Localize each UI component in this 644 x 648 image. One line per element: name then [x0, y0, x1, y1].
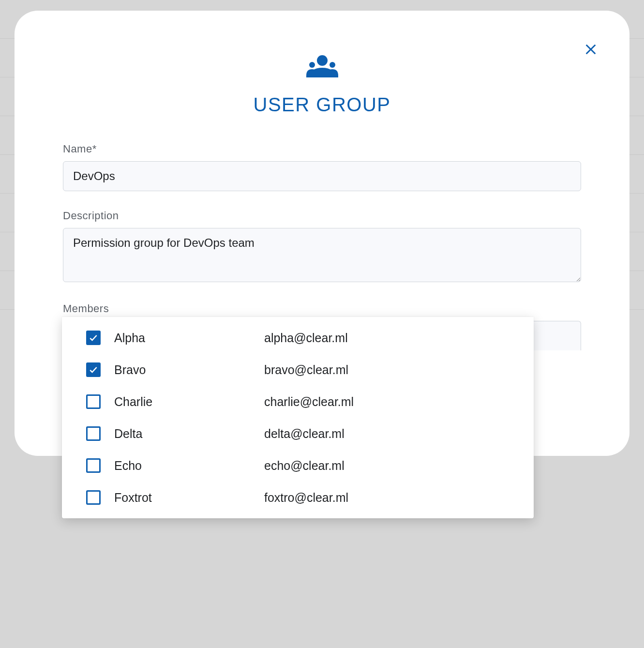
member-row[interactable]: Alphaalpha@clear.ml [62, 322, 534, 354]
member-name: Bravo [114, 363, 264, 377]
member-checkbox[interactable] [86, 490, 101, 505]
member-name: Foxtrot [114, 491, 264, 505]
description-label: Description [63, 210, 581, 222]
member-email: delta@clear.ml [264, 427, 344, 441]
member-email: alpha@clear.ml [264, 331, 348, 345]
member-row[interactable]: Foxtrotfoxtro@clear.ml [62, 482, 534, 513]
member-checkbox[interactable] [86, 331, 101, 345]
member-row[interactable]: Bravobravo@clear.ml [62, 354, 534, 386]
member-email: foxtro@clear.ml [264, 491, 348, 505]
svg-point-2 [317, 55, 328, 66]
description-field-group: Description [63, 210, 581, 284]
name-input[interactable] [63, 161, 581, 191]
member-name: Alpha [114, 331, 264, 345]
svg-point-4 [329, 62, 335, 68]
member-email: charlie@clear.ml [264, 395, 354, 409]
member-row[interactable]: Deltadelta@clear.ml [62, 418, 534, 450]
close-icon [584, 43, 598, 56]
close-button[interactable] [581, 40, 600, 59]
members-label: Members [63, 302, 581, 315]
member-name: Delta [114, 427, 264, 441]
name-label: Name* [63, 143, 581, 155]
user-group-icon [63, 54, 581, 78]
modal-title: USER GROUP [63, 94, 581, 116]
check-icon [89, 333, 98, 343]
check-icon [89, 365, 98, 375]
member-checkbox[interactable] [86, 458, 101, 473]
member-name: Charlie [114, 395, 264, 409]
svg-point-3 [309, 62, 315, 68]
member-checkbox[interactable] [86, 394, 101, 409]
member-row[interactable]: Echoecho@clear.ml [62, 450, 534, 482]
member-checkbox[interactable] [86, 426, 101, 441]
member-checkbox[interactable] [86, 362, 101, 377]
member-row[interactable]: Charliecharlie@clear.ml [62, 386, 534, 418]
member-name: Echo [114, 459, 264, 473]
name-field-group: Name* [63, 143, 581, 191]
description-input[interactable] [63, 228, 581, 282]
member-email: bravo@clear.ml [264, 363, 348, 377]
members-dropdown[interactable]: Alphaalpha@clear.mlBravobravo@clear.mlCh… [62, 317, 534, 518]
member-email: echo@clear.ml [264, 459, 344, 473]
